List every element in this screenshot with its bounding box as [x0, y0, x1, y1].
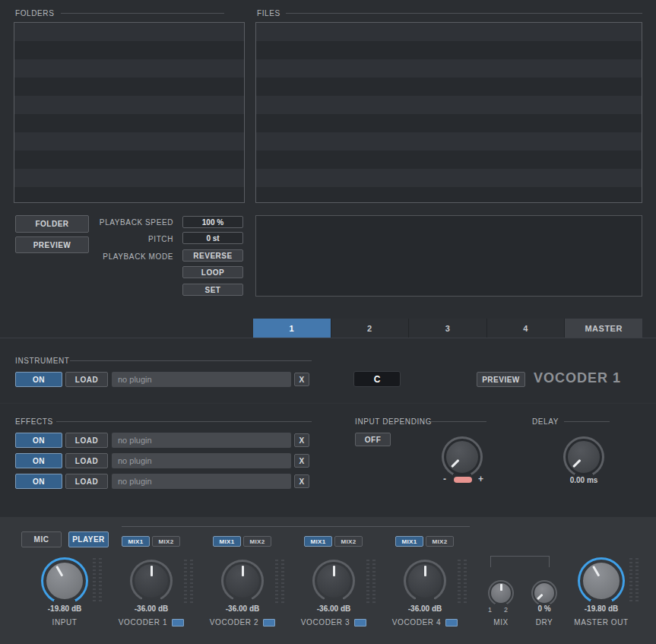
vocoder4-gain-value: -36.00 dB	[395, 604, 455, 613]
vocoder1-mix1-button[interactable]: MIX1	[122, 536, 150, 547]
effect1-plugin-field[interactable]: no plugin	[112, 433, 291, 448]
vocoder3-mix2-button[interactable]: MIX2	[334, 536, 363, 547]
instrument-section-label: INSTRUMENT	[15, 357, 70, 365]
effect1-clear-button[interactable]: X	[294, 433, 309, 447]
instrument-preview-button[interactable]: PREVIEW	[477, 372, 525, 387]
input-depending-knob[interactable]	[442, 436, 483, 477]
channel-label-text: VOCODER 2	[210, 618, 258, 627]
folders-rule	[61, 13, 224, 14]
effect3-plugin-field[interactable]: no plugin	[112, 474, 291, 489]
waveform-display[interactable]	[255, 215, 642, 297]
set-button[interactable]: SET	[182, 284, 243, 296]
mix-ch2-label: 2	[504, 606, 508, 614]
files-rule	[286, 13, 642, 14]
loop-button[interactable]: LOOP	[182, 266, 243, 278]
vocoder4-mix1-button[interactable]: MIX1	[395, 536, 423, 547]
playback-mode-label: PLAYBACK MODE	[74, 252, 173, 261]
input-depending-rule	[430, 421, 486, 422]
page-title: VOCODER 1	[534, 370, 621, 386]
mic-button[interactable]: MIC	[21, 531, 62, 547]
vocoder1-gain-value: -36.00 dB	[121, 604, 182, 613]
vocoder2-led[interactable]	[263, 619, 275, 627]
input-gain-knob[interactable]	[41, 557, 88, 604]
master-out-value: -19.80 dB	[571, 604, 632, 613]
knob-pointer	[312, 560, 355, 602]
vocoder2-mix1-button[interactable]: MIX1	[213, 536, 241, 547]
channel-label-text: VOCODER 1	[119, 618, 167, 627]
tabs-rule	[0, 338, 656, 338]
knob-pointer	[488, 580, 514, 606]
delay-label: DELAY	[532, 417, 559, 426]
reverse-button[interactable]: REVERSE	[182, 249, 243, 262]
effect1-on-button[interactable]: ON	[15, 433, 62, 448]
knob-pointer	[221, 560, 264, 602]
effect2-plugin-field[interactable]: no plugin	[112, 453, 291, 468]
tab-master[interactable]: MASTER	[565, 319, 642, 338]
vocoder2-channel-label: VOCODER 2	[197, 618, 288, 627]
knob-pointer	[404, 560, 446, 602]
effect3-load-button[interactable]: LOAD	[65, 474, 108, 489]
mix-dry-bracket	[490, 556, 550, 567]
knob-pointer	[33, 549, 97, 614]
folders-label: FOLDERS	[15, 9, 54, 17]
vocoder4-gain-knob[interactable]	[404, 560, 446, 602]
delay-value: 0.00 ms	[553, 476, 614, 484]
channel-label-text: DRY	[536, 618, 553, 627]
input-depending-label: INPUT DEPENDING	[355, 417, 432, 426]
effect2-clear-button[interactable]: X	[294, 454, 309, 468]
mix-knob[interactable]	[488, 580, 514, 606]
vocoder1-mix2-button[interactable]: MIX2	[152, 536, 180, 547]
delay-rule	[564, 421, 610, 422]
vocoder2-vu-meter	[275, 560, 284, 604]
tab-4[interactable]: 4	[487, 319, 566, 338]
vocoder3-vu-meter	[366, 560, 376, 604]
vocoder1-channel-label: VOCODER 1	[106, 618, 197, 627]
vocoder3-mix1-button[interactable]: MIX1	[304, 536, 332, 547]
master-out-knob[interactable]	[578, 557, 625, 604]
note-selector[interactable]: C	[353, 371, 401, 387]
vocoder4-led[interactable]	[445, 619, 458, 627]
tab-3[interactable]: 3	[409, 319, 487, 338]
effect3-clear-button[interactable]: X	[294, 474, 309, 488]
vocoder1-led[interactable]	[172, 619, 184, 627]
plus-label: +	[478, 474, 483, 484]
pitch-label: PITCH	[74, 235, 173, 243]
master-vu-meter	[629, 558, 639, 602]
instrument-on-button[interactable]: ON	[15, 372, 62, 387]
effect1-load-button[interactable]: LOAD	[65, 433, 108, 448]
input-depending-off-button[interactable]: OFF	[355, 433, 391, 446]
effect2-load-button[interactable]: LOAD	[65, 453, 108, 468]
input-vu-meter	[93, 558, 102, 602]
pitch-value[interactable]: 0 st	[182, 232, 243, 244]
effect2-on-button[interactable]: ON	[15, 453, 62, 468]
tab-2[interactable]: 2	[331, 319, 410, 338]
vocoder1-gain-knob[interactable]	[130, 560, 173, 602]
mix-channel-label: MIX	[478, 618, 524, 627]
vocoder2-mix2-button[interactable]: MIX2	[243, 536, 271, 547]
folders-list[interactable]	[14, 22, 245, 203]
vocoder2-gain-knob[interactable]	[221, 560, 264, 602]
files-list[interactable]	[255, 22, 642, 203]
input-depending-slider[interactable]	[454, 477, 472, 483]
channel-label-text: MASTER OUT	[574, 618, 629, 627]
effect3-on-button[interactable]: ON	[15, 474, 62, 489]
vocoder3-led[interactable]	[354, 619, 366, 627]
playback-speed-value[interactable]: 100 %	[182, 216, 243, 228]
instrument-clear-button[interactable]: X	[294, 373, 309, 386]
instrument-load-button[interactable]: LOAD	[65, 372, 108, 387]
section-divider	[0, 403, 656, 404]
input-gain-value: -19.80 dB	[34, 604, 95, 613]
dry-value: 0 %	[521, 604, 567, 613]
vocoder2-gain-value: -36.00 dB	[212, 604, 273, 613]
input-channel-label: INPUT	[19, 618, 110, 627]
vocoder3-gain-knob[interactable]	[312, 560, 355, 602]
instrument-rule	[70, 360, 312, 361]
tab-1[interactable]: 1	[253, 319, 331, 338]
knob-pointer	[130, 560, 173, 602]
dry-knob[interactable]	[531, 580, 557, 606]
vocoder4-mix2-button[interactable]: MIX2	[426, 536, 454, 547]
channel-tabs: 1 2 3 4 MASTER	[253, 319, 642, 338]
delay-knob[interactable]	[563, 436, 604, 477]
instrument-plugin-field[interactable]: no plugin	[112, 372, 291, 387]
player-button[interactable]: PLAYER	[68, 531, 109, 547]
